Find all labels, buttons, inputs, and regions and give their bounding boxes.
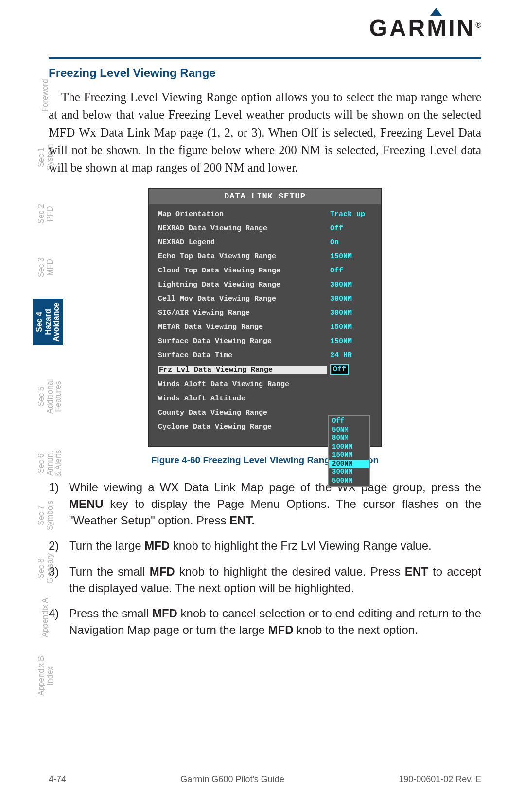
- range-dropdown: Off50NM80NM100NM150NM200NM300NM500NM: [328, 415, 370, 487]
- setup-row-label: METAR Data Viewing Range: [158, 324, 330, 331]
- setup-row-label: Map Orientation: [158, 211, 330, 218]
- step-item: 3)Turn the small MFD knob to highlight t…: [49, 563, 481, 596]
- setup-row-value: 24 HR: [330, 352, 374, 359]
- step-text: Turn the large MFD knob to highlight the…: [69, 538, 481, 554]
- setup-row-label: Echo Top Data Viewing Range: [158, 253, 330, 260]
- setup-row-label: Cloud Top Data Viewing Range: [158, 267, 330, 274]
- setup-row: SIG/AIR Viewing Range300NM: [158, 309, 374, 317]
- setup-row-value: On: [330, 239, 374, 246]
- step-number: 2): [49, 538, 69, 554]
- setup-row-label: Lightning Data Viewing Range: [158, 281, 330, 289]
- setup-row: Echo Top Data Viewing Range150NM: [158, 253, 374, 260]
- section-tab[interactable]: Sec 5AdditionalFeatures: [37, 379, 63, 414]
- dropdown-option: 80NM: [329, 434, 369, 443]
- setup-row-label: Frz Lvl Data Viewing Range: [158, 366, 327, 374]
- setup-row-value: Track up: [330, 211, 374, 218]
- setup-row-value: 300NM: [330, 295, 374, 303]
- step-item: 1)While viewing a WX Data Link Map page …: [49, 479, 481, 529]
- step-number: 4): [49, 605, 69, 638]
- setup-row-label: Cell Mov Data Viewing Range: [158, 295, 330, 303]
- setup-row-value: [330, 395, 374, 402]
- setup-row-value: 150NM: [330, 324, 374, 331]
- setup-row: Surface Data Viewing Range150NM: [158, 338, 374, 345]
- setup-row: Lightning Data Viewing Range300NM: [158, 281, 374, 289]
- setup-row-value: 150NM: [330, 338, 374, 345]
- dropdown-option: 200NM: [329, 460, 369, 469]
- figure-wrap: DATA LINK SETUP Map OrientationTrack upN…: [49, 188, 481, 466]
- setup-row: METAR Data Viewing Range150NM: [158, 324, 374, 331]
- setup-row: Winds Aloft Altitude: [158, 395, 374, 402]
- doc-revision: 190-00601-02 Rev. E: [399, 775, 481, 785]
- document-page: GARMIN® Freezing Level Viewing Range The…: [0, 0, 525, 812]
- setup-row-value: Off: [330, 366, 374, 374]
- garmin-delta-icon: [430, 8, 442, 16]
- setup-row-label: Surface Data Time: [158, 352, 330, 359]
- dropdown-option: 150NM: [329, 451, 369, 460]
- setup-row: Cell Mov Data Viewing Range300NM: [158, 295, 374, 303]
- setup-row-label: Winds Aloft Altitude: [158, 395, 330, 402]
- setup-row-value: 150NM: [330, 253, 374, 260]
- setup-row-label: Surface Data Viewing Range: [158, 338, 330, 345]
- section-tab[interactable]: Sec 2PFD: [37, 204, 54, 224]
- setup-row-label: SIG/AIR Viewing Range: [158, 309, 330, 317]
- dropdown-option: 50NM: [329, 426, 369, 434]
- setup-row-value: Off: [330, 225, 374, 232]
- section-tab[interactable]: Sec 8Glossary: [37, 553, 54, 584]
- setup-row: Frz Lvl Data Viewing RangeOff: [158, 366, 374, 374]
- step-item: 4)Press the small MFD knob to cancel sel…: [49, 605, 481, 638]
- setup-row-label: County Data Viewing Range: [158, 409, 330, 416]
- figure-caption: Figure 4-60 Freezing Level Viewing Range…: [49, 455, 481, 466]
- page-number: 4-74: [49, 775, 66, 785]
- section-heading: Freezing Level Viewing Range: [49, 66, 481, 80]
- section-tab[interactable]: Sec 3MFD: [37, 257, 54, 277]
- brand-text: GARMIN: [369, 15, 476, 41]
- dropdown-option: 500NM: [329, 477, 369, 486]
- header-rule: [49, 57, 481, 59]
- page-header: GARMIN®: [49, 15, 481, 54]
- dropdown-option: Off: [329, 417, 369, 426]
- section-tab[interactable]: Sec 7Symbols: [37, 501, 54, 530]
- setup-row-label: NEXRAD Legend: [158, 239, 330, 246]
- setup-row: Map OrientationTrack up: [158, 211, 374, 218]
- step-text: Turn the small MFD knob to highlight the…: [69, 563, 481, 596]
- setup-row: NEXRAD Data Viewing RangeOff: [158, 225, 374, 232]
- screen-title: DATA LINK SETUP: [149, 189, 381, 204]
- setup-row-value: 300NM: [330, 309, 374, 317]
- setup-row: Surface Data Time24 HR: [158, 352, 374, 359]
- step-text: While viewing a WX Data Link Map page of…: [69, 479, 481, 529]
- section-tab[interactable]: Foreword: [41, 79, 50, 112]
- section-tab[interactable]: Appendix BIndex: [37, 656, 54, 696]
- screen-body: Map OrientationTrack upNEXRAD Data Viewi…: [149, 204, 381, 440]
- doc-title: Garmin G600 Pilot's Guide: [180, 775, 284, 785]
- dropdown-option: 100NM: [329, 443, 369, 451]
- section-tab[interactable]: Sec 1System: [37, 144, 54, 170]
- setup-row-label: NEXRAD Data Viewing Range: [158, 225, 330, 232]
- step-list: 1)While viewing a WX Data Link Map page …: [49, 479, 481, 638]
- section-tab[interactable]: Sec 6Annun.& Alerts: [37, 450, 63, 477]
- setup-row: NEXRAD LegendOn: [158, 239, 374, 246]
- data-link-setup-screenshot: DATA LINK SETUP Map OrientationTrack upN…: [148, 188, 382, 447]
- setup-row: Winds Aloft Data Viewing Range: [158, 381, 374, 388]
- section-tab[interactable]: Appendix A: [41, 598, 50, 637]
- setup-row-label: Cyclone Data Viewing Range: [158, 423, 330, 431]
- setup-row-value: [330, 381, 374, 388]
- setup-row-value: Off: [330, 267, 374, 274]
- step-text: Press the small MFD knob to cancel selec…: [69, 605, 481, 638]
- intro-paragraph: The Freezing Level Viewing Range option …: [49, 89, 481, 177]
- registered-mark: ®: [475, 21, 481, 29]
- section-tab[interactable]: Sec 4HazardAvoidance: [33, 299, 63, 345]
- step-item: 2)Turn the large MFD knob to highlight t…: [49, 538, 481, 554]
- setup-row-value: 300NM: [330, 281, 374, 289]
- setup-row-label: Winds Aloft Data Viewing Range: [158, 381, 330, 388]
- dropdown-option: 300NM: [329, 468, 369, 477]
- setup-row: Cloud Top Data Viewing RangeOff: [158, 267, 374, 274]
- garmin-logo: GARMIN®: [369, 15, 481, 41]
- page-footer: 4-74 Garmin G600 Pilot's Guide 190-00601…: [49, 775, 481, 785]
